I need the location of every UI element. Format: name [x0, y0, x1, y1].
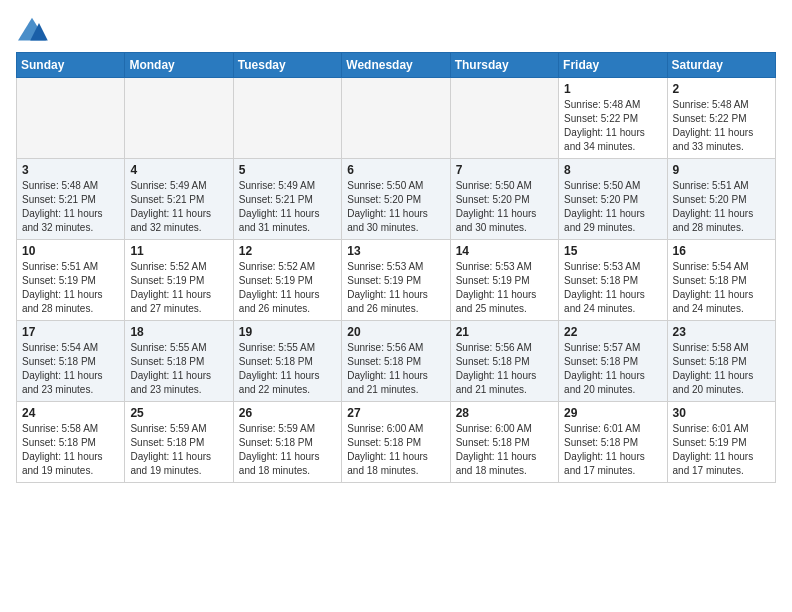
day-info: Sunrise: 5:53 AM Sunset: 5:19 PM Dayligh…: [456, 260, 553, 316]
calendar-cell: 29Sunrise: 6:01 AM Sunset: 5:18 PM Dayli…: [559, 402, 667, 483]
logo-icon: [16, 16, 48, 44]
day-info: Sunrise: 6:00 AM Sunset: 5:18 PM Dayligh…: [456, 422, 553, 478]
day-of-week-header: Monday: [125, 53, 233, 78]
day-of-week-header: Saturday: [667, 53, 775, 78]
calendar-cell: 12Sunrise: 5:52 AM Sunset: 5:19 PM Dayli…: [233, 240, 341, 321]
calendar-cell: 22Sunrise: 5:57 AM Sunset: 5:18 PM Dayli…: [559, 321, 667, 402]
calendar-cell: 18Sunrise: 5:55 AM Sunset: 5:18 PM Dayli…: [125, 321, 233, 402]
day-number: 26: [239, 406, 336, 420]
calendar-cell: 14Sunrise: 5:53 AM Sunset: 5:19 PM Dayli…: [450, 240, 558, 321]
day-info: Sunrise: 5:54 AM Sunset: 5:18 PM Dayligh…: [22, 341, 119, 397]
day-info: Sunrise: 5:54 AM Sunset: 5:18 PM Dayligh…: [673, 260, 770, 316]
day-number: 19: [239, 325, 336, 339]
day-number: 2: [673, 82, 770, 96]
day-number: 22: [564, 325, 661, 339]
day-info: Sunrise: 5:48 AM Sunset: 5:22 PM Dayligh…: [564, 98, 661, 154]
calendar-cell: 13Sunrise: 5:53 AM Sunset: 5:19 PM Dayli…: [342, 240, 450, 321]
calendar-week-row: 3Sunrise: 5:48 AM Sunset: 5:21 PM Daylig…: [17, 159, 776, 240]
day-number: 25: [130, 406, 227, 420]
page-header: [16, 16, 776, 44]
logo: [16, 16, 52, 44]
day-info: Sunrise: 5:52 AM Sunset: 5:19 PM Dayligh…: [239, 260, 336, 316]
day-number: 4: [130, 163, 227, 177]
day-info: Sunrise: 5:48 AM Sunset: 5:22 PM Dayligh…: [673, 98, 770, 154]
calendar-cell: 15Sunrise: 5:53 AM Sunset: 5:18 PM Dayli…: [559, 240, 667, 321]
calendar-cell: 25Sunrise: 5:59 AM Sunset: 5:18 PM Dayli…: [125, 402, 233, 483]
calendar-cell: 16Sunrise: 5:54 AM Sunset: 5:18 PM Dayli…: [667, 240, 775, 321]
calendar-cell: 26Sunrise: 5:59 AM Sunset: 5:18 PM Dayli…: [233, 402, 341, 483]
calendar-header-row: SundayMondayTuesdayWednesdayThursdayFrid…: [17, 53, 776, 78]
day-number: 5: [239, 163, 336, 177]
day-info: Sunrise: 5:49 AM Sunset: 5:21 PM Dayligh…: [130, 179, 227, 235]
calendar-cell: 19Sunrise: 5:55 AM Sunset: 5:18 PM Dayli…: [233, 321, 341, 402]
day-info: Sunrise: 5:51 AM Sunset: 5:19 PM Dayligh…: [22, 260, 119, 316]
day-of-week-header: Thursday: [450, 53, 558, 78]
calendar-cell: 21Sunrise: 5:56 AM Sunset: 5:18 PM Dayli…: [450, 321, 558, 402]
day-info: Sunrise: 5:59 AM Sunset: 5:18 PM Dayligh…: [239, 422, 336, 478]
calendar-cell: 30Sunrise: 6:01 AM Sunset: 5:19 PM Dayli…: [667, 402, 775, 483]
day-number: 17: [22, 325, 119, 339]
day-number: 29: [564, 406, 661, 420]
calendar-cell: 3Sunrise: 5:48 AM Sunset: 5:21 PM Daylig…: [17, 159, 125, 240]
calendar-cell: 27Sunrise: 6:00 AM Sunset: 5:18 PM Dayli…: [342, 402, 450, 483]
day-number: 23: [673, 325, 770, 339]
calendar-cell: 23Sunrise: 5:58 AM Sunset: 5:18 PM Dayli…: [667, 321, 775, 402]
day-info: Sunrise: 5:58 AM Sunset: 5:18 PM Dayligh…: [673, 341, 770, 397]
calendar-cell: [17, 78, 125, 159]
day-number: 24: [22, 406, 119, 420]
day-info: Sunrise: 5:48 AM Sunset: 5:21 PM Dayligh…: [22, 179, 119, 235]
day-number: 14: [456, 244, 553, 258]
day-info: Sunrise: 5:50 AM Sunset: 5:20 PM Dayligh…: [564, 179, 661, 235]
day-number: 15: [564, 244, 661, 258]
day-info: Sunrise: 5:50 AM Sunset: 5:20 PM Dayligh…: [347, 179, 444, 235]
day-number: 13: [347, 244, 444, 258]
calendar-week-row: 1Sunrise: 5:48 AM Sunset: 5:22 PM Daylig…: [17, 78, 776, 159]
day-info: Sunrise: 5:55 AM Sunset: 5:18 PM Dayligh…: [130, 341, 227, 397]
day-info: Sunrise: 6:01 AM Sunset: 5:19 PM Dayligh…: [673, 422, 770, 478]
day-of-week-header: Friday: [559, 53, 667, 78]
day-info: Sunrise: 6:01 AM Sunset: 5:18 PM Dayligh…: [564, 422, 661, 478]
day-of-week-header: Sunday: [17, 53, 125, 78]
calendar-week-row: 24Sunrise: 5:58 AM Sunset: 5:18 PM Dayli…: [17, 402, 776, 483]
calendar-cell: 8Sunrise: 5:50 AM Sunset: 5:20 PM Daylig…: [559, 159, 667, 240]
calendar-cell: 17Sunrise: 5:54 AM Sunset: 5:18 PM Dayli…: [17, 321, 125, 402]
day-info: Sunrise: 5:55 AM Sunset: 5:18 PM Dayligh…: [239, 341, 336, 397]
calendar-cell: [233, 78, 341, 159]
day-of-week-header: Wednesday: [342, 53, 450, 78]
day-number: 11: [130, 244, 227, 258]
calendar-week-row: 10Sunrise: 5:51 AM Sunset: 5:19 PM Dayli…: [17, 240, 776, 321]
day-info: Sunrise: 5:56 AM Sunset: 5:18 PM Dayligh…: [456, 341, 553, 397]
day-info: Sunrise: 5:52 AM Sunset: 5:19 PM Dayligh…: [130, 260, 227, 316]
day-info: Sunrise: 5:50 AM Sunset: 5:20 PM Dayligh…: [456, 179, 553, 235]
calendar-cell: 11Sunrise: 5:52 AM Sunset: 5:19 PM Dayli…: [125, 240, 233, 321]
day-number: 3: [22, 163, 119, 177]
day-info: Sunrise: 5:59 AM Sunset: 5:18 PM Dayligh…: [130, 422, 227, 478]
day-info: Sunrise: 5:58 AM Sunset: 5:18 PM Dayligh…: [22, 422, 119, 478]
day-number: 21: [456, 325, 553, 339]
calendar-cell: [450, 78, 558, 159]
calendar-week-row: 17Sunrise: 5:54 AM Sunset: 5:18 PM Dayli…: [17, 321, 776, 402]
day-number: 28: [456, 406, 553, 420]
calendar-cell: [342, 78, 450, 159]
day-info: Sunrise: 6:00 AM Sunset: 5:18 PM Dayligh…: [347, 422, 444, 478]
calendar-cell: 7Sunrise: 5:50 AM Sunset: 5:20 PM Daylig…: [450, 159, 558, 240]
calendar-cell: 28Sunrise: 6:00 AM Sunset: 5:18 PM Dayli…: [450, 402, 558, 483]
calendar-cell: 5Sunrise: 5:49 AM Sunset: 5:21 PM Daylig…: [233, 159, 341, 240]
day-info: Sunrise: 5:51 AM Sunset: 5:20 PM Dayligh…: [673, 179, 770, 235]
calendar-cell: 10Sunrise: 5:51 AM Sunset: 5:19 PM Dayli…: [17, 240, 125, 321]
day-number: 16: [673, 244, 770, 258]
day-info: Sunrise: 5:53 AM Sunset: 5:18 PM Dayligh…: [564, 260, 661, 316]
calendar-cell: 6Sunrise: 5:50 AM Sunset: 5:20 PM Daylig…: [342, 159, 450, 240]
day-info: Sunrise: 5:56 AM Sunset: 5:18 PM Dayligh…: [347, 341, 444, 397]
day-number: 27: [347, 406, 444, 420]
day-number: 20: [347, 325, 444, 339]
calendar-cell: 20Sunrise: 5:56 AM Sunset: 5:18 PM Dayli…: [342, 321, 450, 402]
day-info: Sunrise: 5:49 AM Sunset: 5:21 PM Dayligh…: [239, 179, 336, 235]
calendar-cell: 4Sunrise: 5:49 AM Sunset: 5:21 PM Daylig…: [125, 159, 233, 240]
day-number: 7: [456, 163, 553, 177]
day-number: 18: [130, 325, 227, 339]
day-number: 12: [239, 244, 336, 258]
day-of-week-header: Tuesday: [233, 53, 341, 78]
day-info: Sunrise: 5:53 AM Sunset: 5:19 PM Dayligh…: [347, 260, 444, 316]
calendar-cell: 9Sunrise: 5:51 AM Sunset: 5:20 PM Daylig…: [667, 159, 775, 240]
